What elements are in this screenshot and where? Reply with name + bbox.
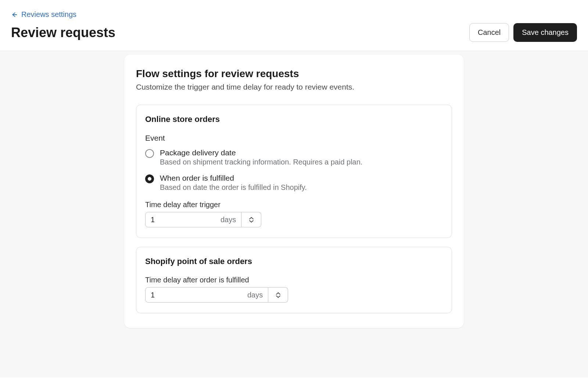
save-button[interactable]: Save changes [513, 23, 577, 42]
event-label: Event [145, 134, 443, 142]
pos-delay-unit: days [247, 291, 263, 299]
breadcrumb-link[interactable]: Reviews settings [11, 10, 76, 19]
page-title: Review requests [11, 25, 115, 40]
stepper-buttons[interactable] [268, 287, 288, 303]
stepper-buttons[interactable] [241, 212, 261, 227]
main-content: Flow settings for review requests Custom… [0, 51, 588, 378]
arrow-left-icon [11, 11, 18, 18]
radio-label: Package delivery date [160, 148, 443, 157]
chevron-up-icon [249, 217, 254, 220]
breadcrumb-label: Reviews settings [21, 10, 76, 19]
radio-label: When order is fulfilled [160, 174, 443, 183]
quantity-stepper: 1 days [145, 287, 288, 303]
radio-option-order-fulfilled[interactable]: When order is fulfilled Based on date th… [145, 174, 443, 192]
pos-delay-value-input[interactable]: 1 [151, 291, 240, 299]
radio-description: Based on date the order is fulfilled in … [160, 183, 443, 192]
chevron-up-icon [276, 292, 280, 295]
radio-option-package-delivery[interactable]: Package delivery date Based on shipment … [145, 148, 443, 166]
online-store-section: Online store orders Event Package delive… [136, 105, 452, 238]
radio-input[interactable] [145, 174, 154, 183]
online-store-title: Online store orders [145, 115, 443, 124]
delay-label: Time delay after trigger [145, 201, 443, 209]
pos-delay-label: Time delay after order is fulfilled [145, 276, 443, 284]
quantity-stepper: 1 days [145, 212, 261, 227]
stepper-input-wrapper[interactable]: 1 days [145, 212, 241, 227]
page-header: Reviews settings Review requests Cancel … [0, 0, 588, 51]
chevron-down-icon [276, 295, 280, 298]
radio-description: Based on shipment tracking information. … [160, 158, 443, 166]
breadcrumb: Reviews settings [11, 10, 577, 19]
pos-title: Shopify point of sale orders [145, 257, 443, 266]
chevron-down-icon [249, 220, 254, 223]
stepper-input-wrapper[interactable]: 1 days [145, 287, 268, 303]
settings-card: Flow settings for review requests Custom… [124, 55, 464, 328]
cancel-button[interactable]: Cancel [469, 23, 509, 42]
flow-settings-description: Customize the trigger and time delay for… [136, 83, 452, 91]
delay-value-input[interactable]: 1 [151, 216, 213, 224]
header-actions: Cancel Save changes [469, 23, 577, 42]
flow-settings-title: Flow settings for review requests [136, 68, 452, 80]
radio-input[interactable] [145, 149, 154, 158]
delay-unit: days [220, 216, 236, 224]
pos-section: Shopify point of sale orders Time delay … [136, 247, 452, 313]
